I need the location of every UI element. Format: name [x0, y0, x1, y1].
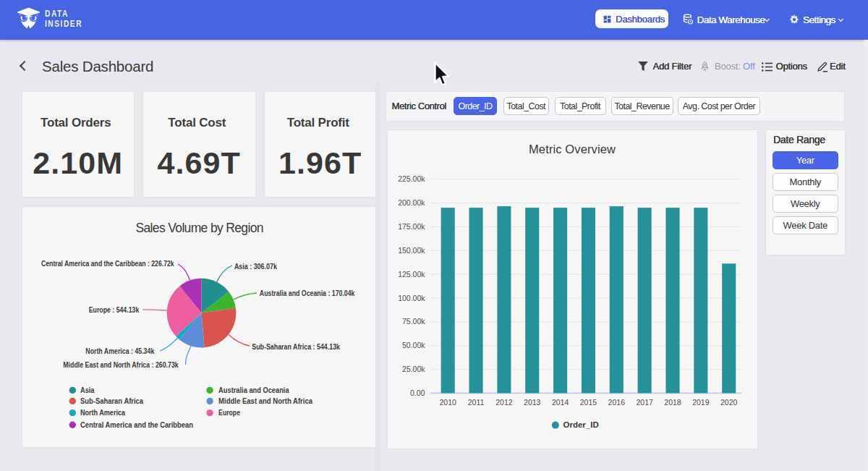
svg-text:2017: 2017: [636, 398, 653, 407]
svg-text:2012: 2012: [495, 398, 513, 407]
svg-text:175.00k: 175.00k: [398, 222, 425, 231]
svg-text:Europe : 544.13k: Europe : 544.13k: [88, 305, 139, 314]
svg-text:Metric Overview: Metric Overview: [529, 143, 616, 156]
svg-text:Central America and the Caribb: Central America and the Caribbean: [80, 420, 193, 429]
svg-text:2015: 2015: [580, 398, 597, 407]
svg-text:75.00k: 75.00k: [402, 317, 425, 326]
svg-text:100.00k: 100.00k: [398, 294, 425, 302]
svg-text:Asia: Asia: [80, 386, 95, 394]
svg-text:North America: North America: [80, 408, 125, 417]
svg-text:Sub-Saharan Africa: Sub-Saharan Africa: [80, 396, 143, 405]
svg-text:2018: 2018: [664, 398, 681, 407]
svg-text:Order_ID: Order_ID: [563, 420, 599, 429]
svg-text:Asia : 306.07k: Asia : 306.07k: [234, 262, 276, 271]
svg-text:2011: 2011: [468, 398, 485, 407]
svg-text:Australia and Oceania : 170.04: Australia and Oceania : 170.04k: [259, 289, 354, 297]
svg-text:125.00k: 125.00k: [398, 270, 425, 279]
svg-text:Central America and the Caribb: Central America and the Caribbean : 226.…: [41, 259, 174, 268]
svg-text:2020: 2020: [720, 398, 738, 407]
svg-text:Australia and Oceania: Australia and Oceania: [218, 386, 289, 394]
svg-text:Middle East and North Africa: Middle East and North Africa: [218, 396, 312, 405]
svg-text:2010: 2010: [440, 398, 457, 407]
svg-text:Sub-Saharan Africa : 544.13k: Sub-Saharan Africa : 544.13k: [252, 342, 340, 351]
svg-text:25.00k: 25.00k: [402, 365, 425, 373]
svg-text:150.00k: 150.00k: [398, 246, 425, 255]
svg-text:2016: 2016: [608, 398, 626, 407]
svg-text:Middle East and North Africa :: Middle East and North Africa : 260.73k: [63, 360, 179, 369]
svg-text:Europe: Europe: [218, 408, 240, 417]
svg-text:2014: 2014: [552, 398, 569, 407]
svg-text:Sales Volume by Region: Sales Volume by Region: [135, 221, 263, 235]
svg-text:2013: 2013: [524, 398, 541, 407]
svg-text:North America : 45.34k: North America : 45.34k: [85, 347, 154, 355]
svg-text:200.00k: 200.00k: [398, 198, 425, 207]
svg-text:225.00k: 225.00k: [398, 174, 425, 183]
svg-text:0.00: 0.00: [410, 389, 425, 397]
svg-text:50.00k: 50.00k: [402, 341, 425, 349]
svg-text:2019: 2019: [692, 398, 710, 407]
